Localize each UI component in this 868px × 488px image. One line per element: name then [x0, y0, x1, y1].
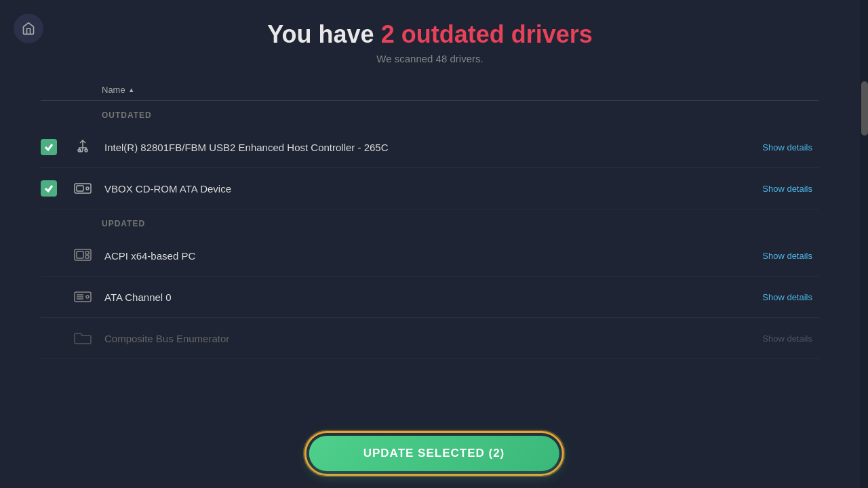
show-details-composite[interactable]: Show details: [762, 333, 812, 344]
update-button-ring: UPDATE SELECTED (2): [304, 431, 564, 476]
svg-rect-7: [85, 251, 89, 254]
table-row: VBOX CD-ROM ATA Device Show details: [41, 168, 819, 209]
svg-point-10: [86, 296, 89, 298]
table-header: Name ▲: [41, 78, 819, 101]
page-title: You have 2 outdated drivers: [41, 20, 819, 49]
hdd-icon: [71, 285, 95, 309]
scrollbar[interactable]: [860, 0, 868, 488]
svg-rect-6: [77, 251, 83, 258]
folder-icon: [71, 326, 95, 350]
usb-icon: [71, 135, 95, 159]
driver-checkbox-cdrom[interactable]: [41, 180, 57, 197]
driver-name-cdrom: VBOX CD-ROM ATA Device: [104, 183, 762, 195]
update-button-container: UPDATE SELECTED (2): [304, 431, 564, 476]
driver-name-acpi: ACPI x64-based PC: [104, 250, 762, 262]
home-button[interactable]: [14, 14, 43, 43]
title-suffix: outdated drivers: [395, 20, 593, 48]
show-details-acpi[interactable]: Show details: [762, 251, 812, 261]
table-row: ACPI x64-based PC Show details: [41, 235, 819, 277]
driver-name-composite: Composite Bus Enumerator: [104, 333, 762, 344]
driver-name-usb: Intel(R) 82801FB/FBM USB2 Enhanced Host …: [104, 142, 762, 153]
title-prefix: You have: [267, 20, 380, 48]
show-details-cdrom[interactable]: Show details: [762, 184, 812, 194]
scrollbar-thumb[interactable]: [861, 81, 868, 136]
update-selected-button[interactable]: UPDATE SELECTED (2): [309, 436, 559, 471]
driver-name-ata: ATA Channel 0: [104, 291, 762, 303]
outdated-section: OUTDATED Intel(R) 82801FB/FBM USB2 Enhan…: [41, 101, 819, 209]
svg-rect-3: [77, 186, 83, 191]
page-header: You have 2 outdated drivers We scanned 4…: [41, 20, 819, 64]
pc-icon: [71, 243, 95, 268]
show-details-usb[interactable]: Show details: [762, 142, 812, 152]
svg-rect-8: [85, 256, 89, 258]
sort-arrow: ▲: [128, 86, 135, 94]
outdated-label: OUTDATED: [41, 101, 819, 127]
cdrom-icon: [71, 176, 95, 201]
svg-point-4: [86, 187, 89, 190]
show-details-ata[interactable]: Show details: [762, 292, 812, 302]
updated-label: UPDATED: [41, 209, 819, 235]
scan-subtitle: We scanned 48 drivers.: [41, 53, 819, 64]
name-column-header[interactable]: Name ▲: [102, 85, 135, 95]
table-row: Composite Bus Enumerator Show details: [41, 318, 819, 359]
updated-section: UPDATED ACPI x64-based PC Show details: [41, 209, 819, 359]
table-row: ATA Channel 0 Show details: [41, 277, 819, 318]
table-row: Intel(R) 82801FB/FBM USB2 Enhanced Host …: [41, 127, 819, 168]
outdated-count: 2: [381, 20, 395, 48]
driver-checkbox-usb[interactable]: [41, 139, 57, 155]
